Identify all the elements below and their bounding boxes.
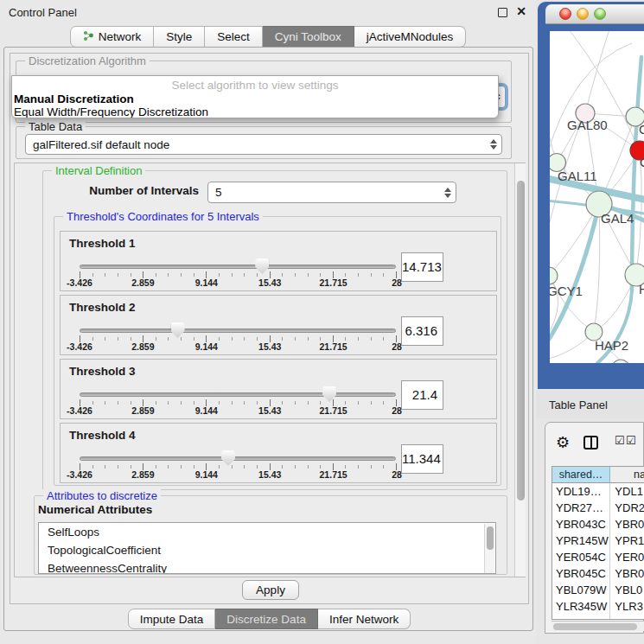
threshold-4-value-field[interactable]: 11.344: [401, 444, 443, 474]
table-data-value: galFiltered.sif default node: [33, 138, 169, 151]
tab-impute-data[interactable]: Impute Data: [128, 609, 216, 629]
table-data-combobox[interactable]: galFiltered.sif default node: [25, 134, 502, 155]
panel-title: Control Panel: [9, 6, 77, 19]
cyni-outer-panel: Discretization Algorithm Table Data galF…: [3, 47, 533, 631]
node-label: C: [640, 155, 644, 169]
right-region: GAL80 GA C GAL11 GAL4 GCY1 H HAP2 Table …: [536, 0, 644, 644]
network-window-titlebar[interactable]: [545, 4, 644, 24]
node-label: GAL4: [601, 211, 634, 226]
table-toolbar: ⚙ ☑ ☑: [545, 423, 643, 464]
column-header-name[interactable]: na: [610, 467, 644, 482]
group-title: Discretization Algorithm: [25, 54, 150, 67]
node-bottom[interactable]: [612, 360, 629, 363]
top-tab-bar: Network Style Select Cyni Toolbox jActiv…: [0, 26, 536, 48]
numerical-attributes-list[interactable]: SelfLoops TopologicalCoefficient Between…: [38, 522, 496, 574]
table-horizontal-scrollbar[interactable]: [552, 621, 644, 631]
network-view-canvas[interactable]: GAL80 GA C GAL11 GAL4 GCY1 H HAP2: [550, 31, 644, 363]
tab-discretize-data[interactable]: Discretize Data: [215, 609, 318, 629]
table-row[interactable]: YIL052CYIL0: [552, 615, 644, 620]
tab-network[interactable]: Network: [70, 26, 155, 48]
tick-label: 9.144: [195, 341, 218, 352]
tick-label: 21.715: [320, 469, 348, 480]
slider-tick-labels: -3.4262.8599.14415.4321.71528: [80, 405, 397, 417]
threshold-2-value-field[interactable]: 6.316: [401, 316, 443, 346]
table-row[interactable]: YLR345WYLR3: [552, 598, 644, 615]
tick-label: 9.144: [195, 405, 218, 416]
float-icon[interactable]: [498, 8, 507, 17]
tab-select[interactable]: Select: [205, 26, 263, 48]
threshold-3-value-field[interactable]: 21.4: [401, 380, 443, 410]
node-gcy1[interactable]: [550, 267, 558, 284]
threshold-1-value-field[interactable]: 14.713: [401, 252, 443, 282]
node-attribute-table[interactable]: shared… na YDL19…YDL1 YDR27…YDR2 YBR043C…: [552, 466, 644, 620]
slider-tick-labels: -3.4262.8599.14415.4321.71528: [80, 341, 397, 353]
group-title: Interval Definition: [52, 164, 145, 177]
control-panel: Control Panel ✕ Network Style Select Cyn…: [0, 0, 536, 644]
num-intervals-combobox[interactable]: 5: [207, 182, 456, 203]
network-window[interactable]: GAL80 GA C GAL11 GAL4 GCY1 H HAP2: [538, 2, 644, 389]
table-row[interactable]: YDR27…YDR2: [552, 500, 644, 516]
threshold-2-slider-track[interactable]: [80, 328, 396, 333]
list-item[interactable]: SelfLoops: [39, 523, 495, 541]
table-header-row: shared… na: [552, 467, 644, 483]
threshold-3-slider-track[interactable]: [80, 392, 396, 397]
apply-button[interactable]: Apply: [242, 580, 299, 600]
close-traffic-light-icon[interactable]: [559, 8, 571, 20]
list-item[interactable]: TopologicalCoefficient: [39, 541, 495, 559]
popup-item-equal-width-frequency[interactable]: Equal Width/Frequency Discretization: [14, 105, 208, 118]
table-row[interactable]: YBR043CYBR0: [552, 516, 644, 532]
table-panel-title: Table Panel: [549, 399, 608, 411]
group-title: Threshold's Coordinates for 5 Intervals: [63, 210, 263, 223]
tab-infer-network[interactable]: Infer Network: [318, 609, 411, 629]
list-item[interactable]: BetweennessCentrality: [39, 559, 495, 574]
table-row[interactable]: YER054CYER0: [552, 549, 644, 565]
settings-scroll-area: Interval Definition Number of Intervals …: [14, 163, 526, 577]
table-row[interactable]: YPR145WYPR1: [552, 532, 644, 549]
threshold-4-box: Threshold 4 -3.4262.8599.14415.4321.7152…: [60, 423, 497, 483]
group-thresholds: Threshold's Coordinates for 5 Intervals …: [54, 216, 501, 486]
control-panel-titlebar: Control Panel ✕: [0, 0, 536, 24]
node-label: HAP2: [595, 338, 628, 353]
node-label: GCY1: [550, 284, 583, 298]
tick-label: 2.859: [131, 405, 154, 416]
close-icon[interactable]: ✕: [516, 4, 526, 18]
table-row[interactable]: YBR045CYBR0: [552, 565, 644, 582]
group-interval-definition: Interval Definition Number of Intervals …: [42, 170, 507, 490]
threshold-2-box: Threshold 2 -3.4262.8599.14415.4321.7152…: [60, 295, 497, 355]
num-intervals-value: 5: [215, 186, 222, 199]
num-intervals-label: Number of Intervals: [67, 184, 199, 197]
tick-label: -3.426: [67, 277, 92, 288]
node-label: GA: [639, 122, 644, 137]
zoom-traffic-light-icon[interactable]: [594, 8, 606, 20]
tick-label: 9.144: [195, 469, 218, 480]
group-attributes: Attributes to discretize Numerical Attri…: [34, 495, 507, 575]
gear-icon[interactable]: ⚙: [556, 433, 570, 452]
popup-placeholder: Select algorithm to view settings: [12, 79, 498, 92]
tick-label: 9.144: [195, 277, 218, 288]
node-label: GAL11: [558, 169, 597, 183]
checkbox-icon[interactable]: ☑: [615, 434, 625, 447]
tab-cyni-toolbox[interactable]: Cyni Toolbox: [263, 26, 354, 48]
tick-label: 15.43: [258, 469, 281, 480]
attributes-scrollbar[interactable]: [484, 524, 494, 573]
tick-label: -3.426: [67, 341, 92, 352]
threshold-label: Threshold 3: [69, 365, 136, 378]
table-row[interactable]: YBL079WYBL0: [552, 582, 644, 598]
tick-label: 2.859: [131, 341, 154, 352]
tick-label: -3.426: [67, 405, 92, 416]
minimize-traffic-light-icon[interactable]: [577, 8, 589, 20]
numerical-attributes-label: Numerical Attributes: [38, 503, 152, 516]
tick-label: 15.43: [258, 277, 281, 288]
tab-jactivemnodules[interactable]: jActiveMNodules: [354, 26, 467, 48]
tab-style[interactable]: Style: [154, 26, 205, 48]
settings-vertical-scrollbar[interactable]: [514, 163, 526, 577]
checkbox-icon[interactable]: ☑: [626, 434, 636, 447]
threshold-1-slider-track[interactable]: [80, 265, 396, 269]
algorithm-dropdown-popup: Select algorithm to view settings Manual…: [11, 75, 499, 118]
table-row[interactable]: YDL19…YDL1: [552, 483, 644, 500]
split-columns-icon[interactable]: [583, 436, 598, 450]
column-header-shared[interactable]: shared…: [552, 467, 610, 482]
threshold-4-slider-track[interactable]: [80, 456, 396, 461]
tick-label: 21.715: [320, 277, 348, 288]
popup-item-manual-discretization[interactable]: Manual Discretization: [14, 92, 134, 105]
